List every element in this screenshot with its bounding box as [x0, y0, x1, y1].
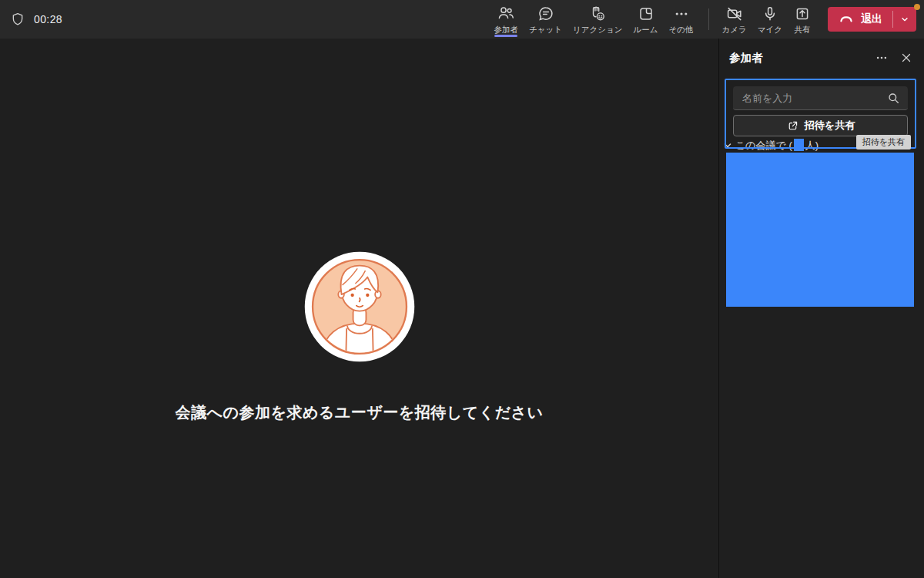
mic-toggle[interactable]: マイク	[752, 0, 788, 39]
mic-icon	[761, 5, 779, 23]
shield-icon	[10, 12, 25, 27]
tab-reactions[interactable]: リアクション	[567, 0, 628, 39]
topbar-separator	[708, 8, 709, 30]
tab-rooms[interactable]: ルーム	[628, 0, 664, 39]
panel-title: 参加者	[729, 51, 763, 66]
share-tray-icon	[793, 5, 812, 23]
tab-label: その他	[669, 25, 694, 34]
redaction-participant-list	[726, 153, 914, 307]
empty-meeting-avatar-illustration	[302, 249, 417, 365]
tab-more[interactable]: その他	[664, 0, 699, 39]
search-icon	[886, 91, 901, 106]
tab-chat[interactable]: チャット	[524, 0, 567, 39]
chat-icon	[537, 5, 555, 23]
invite-prompt-caption: 会議への参加を求めるユーザーを招待してください	[0, 402, 718, 423]
camera-toggle[interactable]: カメラ	[717, 0, 752, 39]
leave-label: 退出	[861, 12, 882, 26]
leave-button: 退出	[828, 7, 916, 32]
tab-label: 参加者	[494, 25, 519, 34]
device-controls: カメラ マイク 共有	[717, 0, 818, 39]
meeting-info: 00:28	[0, 12, 62, 27]
leave-options-button[interactable]	[893, 7, 916, 32]
participants-panel: 参加者	[719, 39, 924, 578]
device-label: マイク	[758, 25, 782, 34]
notification-dot	[914, 4, 920, 10]
leave-button-main[interactable]: 退出	[828, 7, 892, 32]
meeting-timer: 00:28	[34, 13, 62, 25]
reaction-hand-icon	[588, 5, 607, 23]
chevron-down-icon	[899, 13, 911, 25]
active-tab-underline	[494, 35, 517, 37]
panel-more-button[interactable]	[875, 51, 889, 65]
meeting-stage: 会議への参加を求めるユーザーを招待してください	[0, 39, 718, 578]
tab-label: チャット	[529, 25, 562, 34]
hangup-phone-icon	[838, 11, 855, 28]
share-invite-button[interactable]: 招待を共有	[733, 115, 908, 136]
participant-search-input[interactable]	[733, 86, 908, 109]
share-invite-label: 招待を共有	[805, 119, 855, 133]
panel-header: 参加者	[719, 39, 924, 72]
rooms-icon	[637, 5, 655, 23]
device-label: 共有	[795, 25, 811, 34]
meeting-topbar: 00:28 参加者 チャット	[0, 0, 924, 39]
panel-close-button[interactable]	[899, 51, 913, 65]
tab-label: ルーム	[634, 25, 658, 34]
camera-off-icon	[725, 5, 744, 23]
tab-participants[interactable]: 参加者	[489, 0, 524, 39]
share-screen-button[interactable]: 共有	[788, 0, 817, 39]
people-icon	[497, 5, 515, 23]
tab-label: リアクション	[573, 25, 622, 34]
participant-search	[733, 86, 908, 110]
device-label: カメラ	[722, 25, 747, 34]
share-invite-icon	[786, 119, 799, 133]
topbar-nav: 参加者 チャット リアクション	[489, 0, 699, 39]
share-invite-tooltip: 招待を共有	[856, 135, 911, 150]
more-dots-icon	[672, 5, 691, 23]
